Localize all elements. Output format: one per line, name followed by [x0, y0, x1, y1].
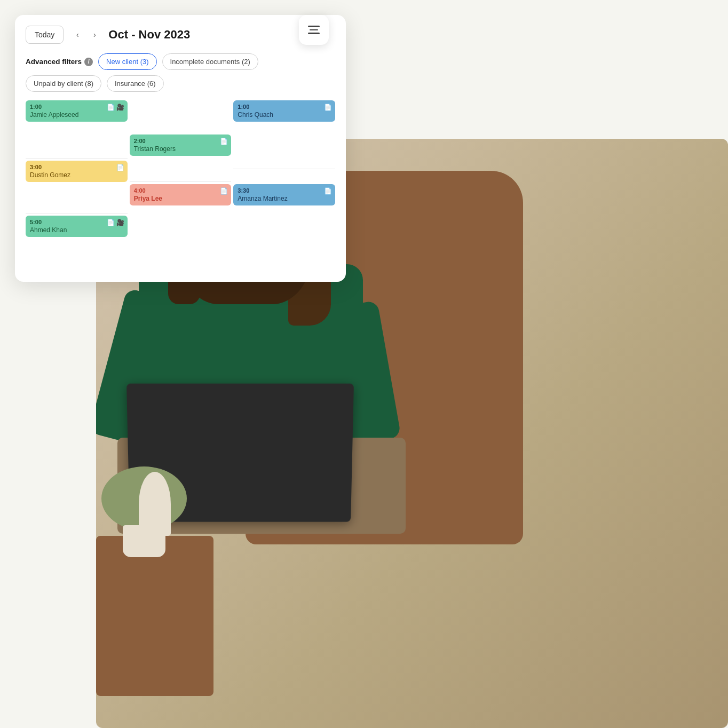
appt-icons-3: 📄: [116, 164, 124, 171]
calendar-col-2: 2:00 Tristan Rogers 📄 4:00 Priya Lee 📄: [130, 100, 232, 271]
divider-3: [233, 169, 335, 169]
filter-label-text: Advanced filters: [26, 58, 82, 66]
appt-time-2: 2:00: [134, 138, 227, 144]
appt-time-amanza: 3:30: [238, 187, 331, 194]
spacer-3b: [233, 171, 335, 182]
calendar-col-3: 1:00 Chris Quach 📄 3:30 Amanza Martinez …: [233, 100, 335, 271]
appt-name-3: Dustin Gomez: [30, 171, 123, 179]
appt-name-5: Ahmed Khan: [30, 226, 123, 234]
lamp: [139, 472, 171, 536]
appointment-dustin[interactable]: 3:00 Dustin Gomez 📄: [26, 161, 128, 182]
spacer-2a: [130, 100, 232, 132]
appt-icons-amanza: 📄: [324, 187, 332, 195]
video-icon-ahmed: 🎥: [116, 219, 124, 226]
appt-icons-1: 📄 🎥: [107, 104, 124, 111]
spacer-1b: [26, 184, 128, 211]
filter-icon: [308, 26, 320, 34]
appt-time-4: 4:00: [134, 187, 227, 194]
calendar-header: Today ‹ › Oct - Nov 2023: [26, 26, 335, 44]
appt-time-chris: 1:00: [238, 104, 331, 110]
appointment-amanza[interactable]: 3:30 Amanza Martinez 📄: [233, 184, 335, 205]
filter-chip-new-client[interactable]: New client (3): [98, 53, 156, 70]
spacer-1a: [26, 124, 128, 156]
filter-chip-unpaid-client[interactable]: Unpaid by client (8): [26, 75, 101, 92]
appt-name-1: Jamie Appleseed: [30, 111, 123, 118]
appt-name-chris: Chris Quach: [238, 111, 331, 118]
appointment-chris[interactable]: 1:00 Chris Quach 📄: [233, 100, 335, 122]
filter-chip-insurance[interactable]: Insurance (6): [107, 75, 164, 92]
appt-icons-5: 📄 🎥: [107, 219, 124, 226]
appt-name-2: Tristan Rogers: [134, 145, 227, 153]
doc-icon: 📄: [107, 104, 115, 111]
nav-arrows: ‹ ›: [70, 27, 102, 42]
calendar-widget: Today ‹ › Oct - Nov 2023 Advanced filter…: [15, 15, 346, 282]
spacer-3a: [233, 124, 335, 167]
side-table: [96, 536, 213, 696]
prev-month-button[interactable]: ‹: [70, 27, 85, 42]
appt-icons-chris: 📄: [324, 104, 332, 111]
video-icon: 🎥: [116, 104, 124, 111]
filter-chip-incomplete-docs[interactable]: Incomplete documents (2): [162, 53, 258, 70]
advanced-filters-label: Advanced filters i: [26, 58, 93, 66]
filter-button[interactable]: [299, 15, 329, 45]
doc-icon-amanza: 📄: [324, 187, 332, 195]
appt-name-amanza: Amanza Martinez: [238, 195, 331, 202]
appointment-jamie[interactable]: 1:00 Jamie Appleseed 📄 🎥: [26, 100, 128, 122]
appt-icons-4: 📄: [220, 187, 228, 195]
appt-icons-2: 📄: [220, 138, 228, 145]
calendar-col-1: 1:00 Jamie Appleseed 📄 🎥 3:00 Dustin Gom…: [26, 100, 128, 271]
today-button[interactable]: Today: [26, 26, 64, 44]
divider-1: [26, 158, 128, 159]
info-icon[interactable]: i: [84, 58, 93, 66]
doc-icon-priya: 📄: [220, 187, 228, 195]
doc-icon-dustin: 📄: [116, 164, 124, 171]
calendar-grid: 1:00 Jamie Appleseed 📄 🎥 3:00 Dustin Gom…: [26, 100, 335, 271]
appointment-priya[interactable]: 4:00 Priya Lee 📄: [130, 184, 232, 205]
doc-icon-tristan: 📄: [220, 138, 228, 145]
spacer-2b: [130, 158, 232, 179]
date-range-title: Oct - Nov 2023: [108, 28, 190, 42]
divider-2: [130, 181, 232, 182]
filters-row: Advanced filters i New client (3) Incomp…: [26, 53, 335, 92]
doc-icon-chris: 📄: [324, 104, 332, 111]
doc-icon-ahmed: 📄: [107, 219, 115, 226]
appt-time-3: 3:00: [30, 164, 123, 170]
appointment-tristan[interactable]: 2:00 Tristan Rogers 📄: [130, 134, 232, 156]
divider-1b: [26, 213, 128, 213]
appt-name-4: Priya Lee: [134, 195, 227, 202]
next-month-button[interactable]: ›: [87, 27, 102, 42]
appointment-ahmed[interactable]: 5:00 Ahmed Khan 📄 🎥: [26, 216, 128, 237]
